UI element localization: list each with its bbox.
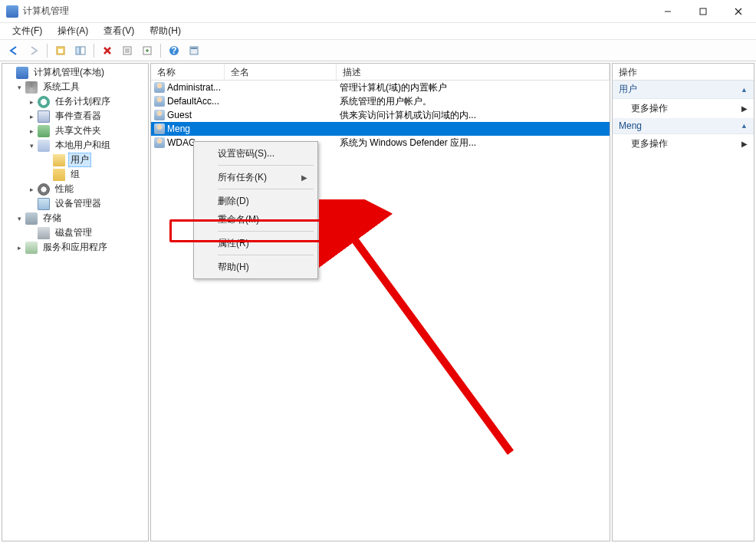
collapse-arrow-icon: ▲ <box>741 86 748 94</box>
tree-storage[interactable]: ▾存储 <box>2 211 148 225</box>
device-icon <box>38 198 50 210</box>
tree-task-scheduler[interactable]: ▸任务计划程序 <box>2 94 148 109</box>
export-button[interactable] <box>138 42 156 59</box>
collapse-icon[interactable]: ▾ <box>15 83 24 92</box>
col-fullname[interactable]: 全名 <box>225 64 337 80</box>
menu-help[interactable]: 帮助(H) <box>143 23 187 39</box>
expand-icon[interactable]: ▸ <box>27 185 36 194</box>
ctx-separator <box>218 165 314 166</box>
svg-rect-7 <box>81 47 85 54</box>
ctx-all-tasks[interactable]: 所有任务(K)▶ <box>196 168 315 186</box>
menu-action[interactable]: 操作(A) <box>51 23 94 39</box>
expand-icon[interactable]: ▸ <box>15 243 24 252</box>
back-button[interactable] <box>5 42 23 59</box>
col-description[interactable]: 描述 <box>337 64 610 80</box>
tree-pane[interactable]: 计算机管理(本地) ▾系统工具 ▸任务计划程序 ▸事件查看器 ▸共享文件夹 ▾本… <box>2 63 149 541</box>
spacer <box>27 199 36 209</box>
cell-description: 系统管理的用户帐户。 <box>337 95 610 108</box>
tree-disk-mgmt[interactable]: 磁盘管理 <box>2 225 148 240</box>
action-more-users[interactable]: 更多操作▶ <box>613 99 754 118</box>
tree-users[interactable]: 用户 <box>2 153 148 167</box>
tree-label: 共享文件夹 <box>53 123 104 138</box>
share-icon <box>38 125 50 137</box>
expand-icon[interactable]: ▸ <box>27 97 36 107</box>
col-name[interactable]: 名称 <box>151 64 225 80</box>
ctx-label: 删除(D) <box>218 195 249 208</box>
expand-icon[interactable]: ▸ <box>27 112 36 121</box>
ctx-help[interactable]: 帮助(H) <box>196 258 315 276</box>
tree-label: 设备管理器 <box>53 196 104 211</box>
tree-label: 存储 <box>41 211 64 225</box>
list-row[interactable]: Meng <box>151 122 610 136</box>
tree-label: 用户 <box>68 153 91 167</box>
tree-label: 组 <box>68 167 82 182</box>
menu-file[interactable]: 文件(F) <box>6 23 48 39</box>
tree-system-tools[interactable]: ▾系统工具 <box>2 80 148 94</box>
up-button[interactable] <box>51 42 70 59</box>
delete-button[interactable] <box>98 42 117 59</box>
list-row[interactable]: Administrat...管理计算机(域)的内置帐户 <box>151 81 610 94</box>
list-row[interactable]: Guest供来宾访问计算机或访问域的内... <box>151 108 610 122</box>
properties-button[interactable] <box>185 42 203 59</box>
tree-event-viewer[interactable]: ▸事件查看器 <box>2 109 148 123</box>
toolbar-separator <box>47 44 48 58</box>
action-label: 更多操作 <box>631 137 668 150</box>
refresh-button[interactable] <box>118 42 136 59</box>
user-icon <box>154 110 165 120</box>
collapse-icon[interactable]: ▾ <box>27 141 36 150</box>
tree-local-users[interactable]: ▾本地用户和组 <box>2 138 148 153</box>
tree-groups[interactable]: 组 <box>2 167 148 182</box>
ctx-label: 设置密码(S)... <box>218 147 274 160</box>
section-label: Meng <box>619 120 642 131</box>
window-title: 计算机管理 <box>23 5 650 18</box>
tree-services-apps[interactable]: ▸服务和应用程序 <box>2 240 148 255</box>
forward-button[interactable] <box>25 42 43 59</box>
expand-icon[interactable]: ▸ <box>27 127 36 136</box>
cell-description: 供来宾访问计算机或访问域的内... <box>337 109 610 122</box>
ctx-label: 重命名(M) <box>218 213 259 226</box>
show-hide-tree-button[interactable] <box>71 42 90 59</box>
menu-view[interactable]: 查看(V) <box>97 23 140 39</box>
minimize-button[interactable] <box>650 0 685 22</box>
cell-name: DefaultAcc... <box>167 96 219 107</box>
spacer <box>42 170 51 179</box>
collapse-arrow-icon: ▲ <box>741 122 748 130</box>
tree-label: 计算机管理(本地) <box>31 65 107 80</box>
event-icon <box>38 110 50 123</box>
gauge-icon <box>38 183 50 196</box>
list-row[interactable]: DefaultAcc...系统管理的用户帐户。 <box>151 94 610 108</box>
tree-shared-folders[interactable]: ▸共享文件夹 <box>2 123 148 138</box>
maximize-button[interactable] <box>685 0 721 22</box>
ctx-set-password[interactable]: 设置密码(S)... <box>196 144 315 163</box>
tree-performance[interactable]: ▸性能 <box>2 182 148 196</box>
folder-icon <box>53 169 65 181</box>
disk-icon <box>38 227 50 239</box>
svg-rect-1 <box>700 8 706 15</box>
services-icon <box>25 242 38 254</box>
ctx-properties[interactable]: 属性(R) <box>196 234 315 252</box>
user-icon <box>154 137 165 148</box>
tree-label: 系统工具 <box>41 80 82 94</box>
ctx-rename[interactable]: 重命名(M) <box>196 210 315 229</box>
submenu-arrow-icon: ▶ <box>741 104 748 113</box>
ctx-label: 所有任务(K) <box>218 171 267 184</box>
tree-label: 服务和应用程序 <box>41 240 110 255</box>
actions-title: 操作 <box>613 64 754 81</box>
list-header: 名称 全名 描述 <box>151 64 610 81</box>
tree-root[interactable]: 计算机管理(本地) <box>2 65 148 80</box>
collapse-icon[interactable]: ▾ <box>15 214 24 223</box>
collapse-icon[interactable] <box>5 68 15 77</box>
actions-section-meng[interactable]: Meng▲ <box>613 118 754 134</box>
cell-description: 系统为 Windows Defender 应用... <box>337 137 610 150</box>
action-more-meng[interactable]: 更多操作▶ <box>613 134 754 153</box>
ctx-separator <box>218 189 314 189</box>
submenu-arrow-icon: ▶ <box>301 173 307 182</box>
tree-label: 任务计划程序 <box>53 94 113 109</box>
cell-description: 管理计算机(域)的内置帐户 <box>337 81 610 94</box>
tools-icon <box>25 81 38 94</box>
ctx-delete[interactable]: 删除(D) <box>196 192 315 210</box>
actions-section-users[interactable]: 用户▲ <box>613 81 754 99</box>
tree-device-manager[interactable]: 设备管理器 <box>2 196 148 211</box>
close-button[interactable] <box>721 0 756 22</box>
help-button[interactable]: ? <box>165 42 183 59</box>
